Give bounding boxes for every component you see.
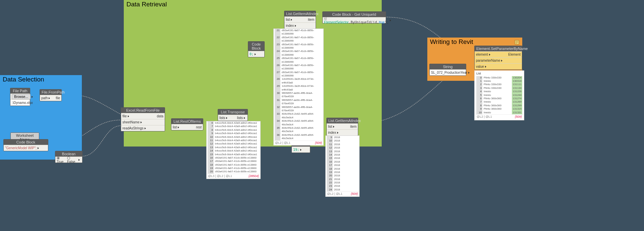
- output-port[interactable]: [300, 149, 302, 151]
- browse-button[interactable]: Browse...: [12, 94, 31, 99]
- group-title: Writing to Revit: [430, 38, 473, 46]
- node-codeblock-selector[interactable]: Code Block - Get UniqueId id ElementSele…: [322, 11, 386, 23]
- node-excel-read[interactable]: Excel.ReadFromFile filedata sheetName re…: [121, 107, 165, 131]
- input-port[interactable]: [226, 117, 227, 119]
- output-port[interactable]: [78, 159, 80, 161]
- note-icon: [514, 40, 520, 45]
- input-port[interactable]: [337, 132, 338, 134]
- node-codeblock-sheetname[interactable]: Code Block "GenericModel WIP";: [3, 139, 48, 151]
- output-port[interactable]: [32, 96, 33, 98]
- radio-true[interactable]: True: [57, 156, 66, 164]
- preview-transpose: 6b4ccc5c6-8dc4-42a9-a0b2-bf0cca17b4ccc5c…: [206, 121, 261, 179]
- output-port[interactable]: [468, 72, 470, 74]
- group-title: Data Selection: [3, 76, 44, 83]
- filepath-value: .\Dynamo.xlsx: [12, 101, 33, 105]
- preview-get-item-1: 21d92a4191-fa67-41cb-885b-e138609822d92a…: [273, 28, 324, 146]
- node-string[interactable]: String SL_072_ProductionYear: [429, 64, 466, 76]
- group-title: Data Retrieval: [126, 1, 167, 8]
- input-port[interactable]: [485, 66, 486, 68]
- node-rest-of-items[interactable]: List.RestOfItems listrest: [171, 118, 203, 130]
- preview-get-item-2: 9201810201811201812201813201814201815201…: [325, 135, 360, 197]
- output-port[interactable]: [255, 53, 256, 55]
- node-file-path[interactable]: File Path Browse... .\Dynamo.xlsx: [10, 88, 30, 106]
- input-port[interactable]: [128, 115, 129, 117]
- input-port[interactable]: [489, 54, 490, 56]
- output-port[interactable]: [244, 117, 245, 119]
- output-port[interactable]: [390, 19, 391, 21]
- node-file-from-path[interactable]: File.FromPath pathfile: [40, 89, 62, 101]
- input-port[interactable]: [501, 60, 502, 62]
- node-boolean[interactable]: Boolean True False: [55, 151, 83, 163]
- node-set-parameter[interactable]: Element.SetParameterByName elementElemen…: [474, 46, 522, 70]
- output-port[interactable]: [38, 147, 39, 149]
- node-transpose[interactable]: List.Transpose listslists: [218, 109, 248, 121]
- preview-set-parameter: List0Plinto 330x3301302041Inesto1303182P…: [474, 70, 524, 120]
- radio-false[interactable]: False: [67, 156, 77, 164]
- input-port[interactable]: [141, 121, 142, 123]
- input-port[interactable]: [333, 126, 334, 128]
- input-port[interactable]: [178, 126, 179, 128]
- input-port[interactable]: [295, 25, 296, 27]
- input-port[interactable]: [49, 97, 50, 99]
- input-port[interactable]: [291, 19, 292, 21]
- node-codeblock-0[interactable]: Code Block 0;: [248, 41, 265, 57]
- node-get-item-1[interactable]: List.GetItemAtIndex listitem index: [284, 11, 316, 29]
- input-port[interactable]: [145, 127, 146, 129]
- node-get-item-2[interactable]: List.GetItemAtIndex listitem index: [326, 118, 358, 136]
